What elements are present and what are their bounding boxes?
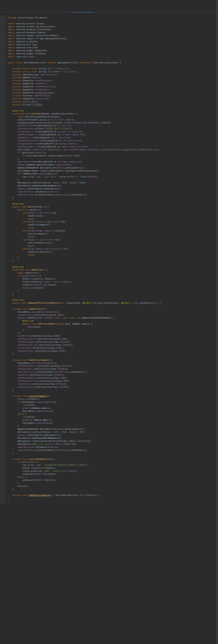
editor-tabstrip bbox=[0, 12, 218, 12]
package-keyword: package bbox=[7, 16, 16, 19]
gutter bbox=[0, 16, 5, 504]
package-name: com.workspace.hh.camera bbox=[17, 16, 46, 19]
active-tab-indicator bbox=[72, 12, 94, 12]
minimap-scrollbar[interactable] bbox=[217, 0, 218, 522]
code-editor[interactable]: package com.workspace.hh.camera; import … bbox=[0, 16, 218, 504]
code-area[interactable]: package com.workspace.hh.camera; import … bbox=[5, 16, 162, 504]
class-name: SelfCameraActivity bbox=[24, 62, 46, 64]
override-annotation: @Override bbox=[13, 110, 24, 112]
import-block: import android.content.Intent; import an… bbox=[7, 22, 67, 58]
